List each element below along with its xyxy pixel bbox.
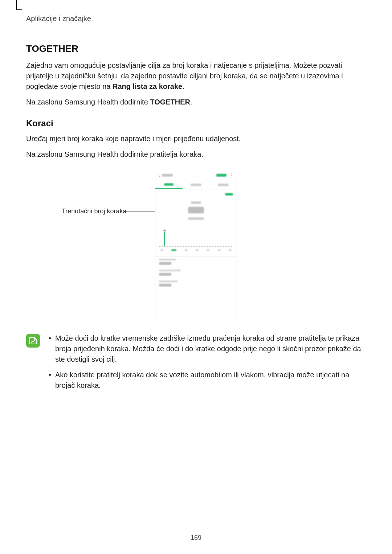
note-icon	[26, 334, 40, 348]
heading-koraci: Koraci	[26, 118, 366, 128]
note-list: Može doći do kratke vremenske zadrške iz…	[47, 333, 366, 396]
chart-x-ticks	[159, 249, 233, 251]
phone-appbar: ‹ ⋮	[155, 170, 237, 180]
figure-steps-screenshot: Trenutačni broj koraka Cilj ‹ ⋮	[26, 170, 366, 322]
page: Aplikacije i značajke TOGETHER Zajedno v…	[0, 0, 392, 554]
phone-chart	[159, 225, 233, 251]
appbar-title-blurred	[162, 174, 173, 177]
note-item-1: Može doći do kratke vremenske zadrške iz…	[47, 333, 366, 365]
text: .	[190, 98, 192, 106]
more-icon: ⋮	[229, 173, 234, 177]
daily-steps-label-blurred	[188, 217, 204, 220]
heading-together: TOGETHER	[26, 43, 366, 54]
metric-label-blurred	[159, 270, 181, 271]
phone-metrics-list	[155, 256, 237, 289]
metric-label-blurred	[159, 259, 176, 260]
note-item-2: Ako koristite pratitelj koraka dok se vo…	[47, 370, 366, 391]
green-indicator-blurred	[225, 193, 233, 196]
page-number: 169	[0, 534, 392, 542]
chart-baseline	[159, 246, 233, 247]
text: Zajedno vam omogućuje postavljanje cilja…	[26, 61, 343, 90]
metric-label-blurred	[159, 280, 178, 282]
phone-tabs	[155, 180, 237, 189]
metric-row-3	[155, 278, 237, 289]
metric-value-blurred	[159, 284, 171, 287]
phone-top-right-indicator	[155, 189, 237, 197]
metric-row-2	[155, 267, 237, 278]
text: .	[182, 82, 184, 90]
phone-screenshot: ‹ ⋮	[155, 170, 237, 322]
appbar-action-blurred	[216, 174, 226, 177]
text-bold-ranglista: Rang lista za korake	[113, 82, 182, 90]
today-label-blurred	[191, 201, 201, 204]
phone-center-area	[155, 197, 237, 221]
metric-value-blurred	[159, 262, 171, 265]
tab-2	[183, 180, 210, 189]
paragraph-together-instruction: Na zaslonu Samsung Health dodirnite TOGE…	[26, 97, 366, 107]
header-section-title: Aplikacije i značajke	[26, 15, 366, 23]
tab-3	[209, 180, 237, 189]
text: Na zaslonu Samsung Health dodirnite	[26, 98, 150, 106]
chart-marker	[163, 230, 166, 231]
paragraph-koraci-instruction: Na zaslonu Samsung Health dodirnite prat…	[26, 149, 366, 160]
metric-value-blurred	[159, 273, 171, 276]
callout-left-label: Trenutačni broj koraka	[62, 208, 126, 215]
metric-row-1	[155, 256, 237, 267]
step-count-blurred	[188, 207, 204, 213]
back-icon: ‹	[158, 173, 160, 178]
note-block: Može doći do kratke vremenske zadrške iz…	[26, 333, 366, 396]
paragraph-together-desc: Zajedno vam omogućuje postavljanje cilja…	[26, 60, 366, 92]
text-bold-together: TOGETHER	[150, 98, 190, 106]
paragraph-koraci-desc: Uređaj mjeri broj koraka koje napravite …	[26, 134, 366, 144]
tab-1-active	[155, 180, 183, 189]
chart-bar	[164, 232, 165, 247]
corner-crop-mark	[16, 0, 22, 10]
